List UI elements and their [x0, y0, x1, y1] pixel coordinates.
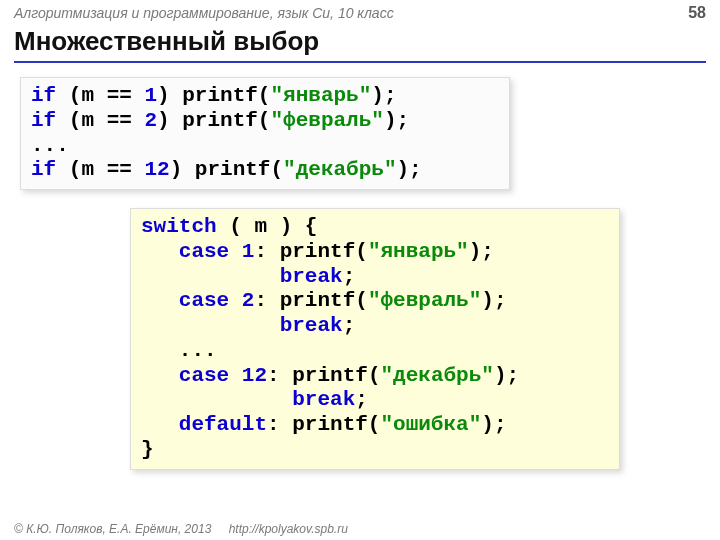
indent — [141, 388, 292, 411]
code-text: ; — [355, 388, 368, 411]
kw-case: case — [179, 364, 229, 387]
kw-default: default — [179, 413, 267, 436]
code-text: ); — [481, 289, 506, 312]
kw-switch: switch — [141, 215, 217, 238]
kw-case: case — [179, 289, 229, 312]
code-text: ) printf( — [157, 109, 270, 132]
code-text: ); — [469, 240, 494, 263]
code-text — [229, 364, 242, 387]
code-text: ); — [397, 158, 422, 181]
code-text: : printf( — [254, 289, 367, 312]
code-num: 2 — [144, 109, 157, 132]
title-rule — [14, 61, 706, 63]
code-str: "февраль" — [368, 289, 481, 312]
slide-footer: © К.Ю. Поляков, Е.А. Ерёмин, 2013 http:/… — [14, 522, 348, 536]
copyright: © К.Ю. Поляков, Е.А. Ерёмин, 2013 — [14, 522, 211, 536]
code-ellipsis: ... — [31, 134, 69, 157]
code-str: "ошибка" — [380, 413, 481, 436]
course-name: Алгоритмизация и программирование, язык … — [14, 5, 394, 21]
code-text — [229, 289, 242, 312]
code-str: "январь" — [368, 240, 469, 263]
code-switch: switch ( m ) { case 1: printf("январь");… — [130, 208, 620, 470]
kw-case: case — [179, 240, 229, 263]
code-text: ); — [481, 413, 506, 436]
code-text: (m == — [56, 84, 144, 107]
code-text: ; — [343, 265, 356, 288]
indent — [141, 314, 280, 337]
code-text: (m == — [56, 109, 144, 132]
code-num: 2 — [242, 289, 255, 312]
indent — [141, 240, 179, 263]
code-text: ); — [494, 364, 519, 387]
slide-title: Множественный выбор — [0, 24, 720, 61]
code-text: : printf( — [267, 364, 380, 387]
code-str: "декабрь" — [380, 364, 493, 387]
code-num: 12 — [144, 158, 169, 181]
kw-if: if — [31, 109, 56, 132]
kw-if: if — [31, 158, 56, 181]
kw-if: if — [31, 84, 56, 107]
slide-header: Алгоритмизация и программирование, язык … — [0, 0, 720, 24]
code-text: ) printf( — [170, 158, 283, 181]
code-text: ) printf( — [157, 84, 270, 107]
indent — [141, 364, 179, 387]
code-text — [229, 240, 242, 263]
indent — [141, 289, 179, 312]
code-text: : printf( — [254, 240, 367, 263]
code-text: : printf( — [267, 413, 380, 436]
code-if-chain: if (m == 1) printf("январь"); if (m == 2… — [20, 77, 510, 190]
code-text: ( m ) { — [217, 215, 330, 238]
indent — [141, 339, 179, 362]
code-num: 1 — [242, 240, 255, 263]
code-ellipsis: ... — [179, 339, 217, 362]
page-number: 58 — [688, 4, 706, 22]
kw-break: break — [280, 314, 343, 337]
code-text: ); — [384, 109, 409, 132]
code-num: 1 — [144, 84, 157, 107]
code-num: 12 — [242, 364, 267, 387]
code-close-brace: } — [141, 438, 154, 461]
indent — [141, 413, 179, 436]
kw-break: break — [280, 265, 343, 288]
kw-break: break — [292, 388, 355, 411]
footer-url: http://kpolyakov.spb.ru — [229, 522, 348, 536]
code-str: "декабрь" — [283, 158, 396, 181]
indent — [141, 265, 280, 288]
code-text: ); — [371, 84, 396, 107]
code-text: ; — [343, 314, 356, 337]
code-str: "январь" — [270, 84, 371, 107]
code-text: (m == — [56, 158, 144, 181]
code-str: "февраль" — [270, 109, 383, 132]
